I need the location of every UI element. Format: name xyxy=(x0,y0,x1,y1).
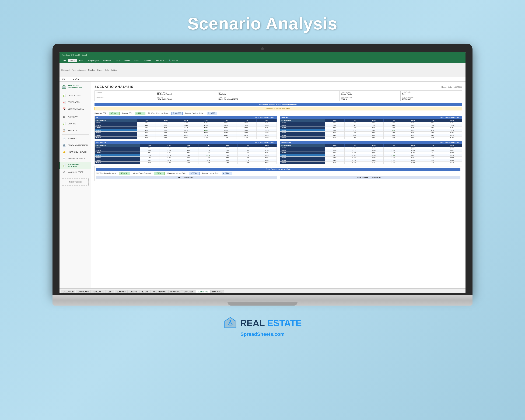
sheet-tab-dashboard[interactable]: DASHBOARD xyxy=(76,290,91,293)
mid-interest-value[interactable]: 3.500% xyxy=(189,172,199,175)
table-row: 380,000 8.1%8.5%9.0%9.4%9.9%10.4%10.9% xyxy=(95,137,277,139)
property-row-2: Information Address 1234 Smith Street St… xyxy=(95,96,462,101)
mid-purchase-value[interactable]: $ 350,000 xyxy=(171,112,183,115)
irr-col-3700: 3,700 xyxy=(236,119,256,122)
main-spreadsheet: SCENARIO ANALYSIS Report Date 4/29/2020 … xyxy=(91,82,466,288)
interval-gsi-value[interactable]: $ 100 xyxy=(135,112,145,115)
sheet-tab-forecasts[interactable]: FORECASTS xyxy=(91,290,105,293)
coc-col-3800: 3,800 xyxy=(257,144,277,147)
cap-rate-table: Cap Rate ← Gross Scheduled Income → Purc… xyxy=(280,116,462,139)
sidebar-logo-text: REAL ESTATE SpreadSheets.com xyxy=(68,85,82,89)
tab-insert[interactable]: Insert xyxy=(77,59,86,62)
mid-interest-label: Mid-Value Interest Rate: xyxy=(168,172,186,174)
tab-data[interactable]: Data xyxy=(114,59,121,62)
sidebar-item-graphs[interactable]: 📊 GRAPHS xyxy=(59,120,91,127)
sidebar-item-reports[interactable]: 📋 REPORTS xyxy=(59,127,91,134)
mid-gsi-value[interactable]: $ 3,500 xyxy=(109,112,120,115)
sheet-tab-financing[interactable]: FINANCING xyxy=(168,290,182,293)
sidebar: REAL ESTATE SpreadSheets.com 📊 DASH BOAR… xyxy=(59,82,91,288)
sheet-tab-summary[interactable]: SUMMARY xyxy=(115,290,128,293)
press-f9-bar: Press F9 to refresh calculation xyxy=(94,107,462,111)
irr-col-3600: 3,600 xyxy=(216,119,236,122)
irr-price-320: 320,000 xyxy=(95,122,137,124)
sheet-tab-graphs[interactable]: GRAPHS xyxy=(128,290,139,293)
sidebar-label-debt: DEBT SCHEDULE xyxy=(68,108,84,110)
property-cell-info-label: Information xyxy=(95,96,156,101)
irr-col-price: Purchase Price xyxy=(95,119,137,122)
sidebar-item-forecasts[interactable]: 📈 FORECASTS xyxy=(59,99,91,105)
sheet-tab-debt[interactable]: DEBT xyxy=(106,290,115,293)
sidebar-label-max-price: MAXIMUM PRICE xyxy=(68,171,84,173)
coc-col-3700: 3,700 xyxy=(237,144,257,147)
sidebar-item-summary2[interactable]: 📄 SUMMARY xyxy=(59,135,91,142)
property-cell-built: Built / Renovated 1999 / 2005 xyxy=(401,96,462,101)
tab-developer[interactable]: Developer xyxy=(141,59,153,62)
insert-logo-box[interactable]: INSERT LOGO xyxy=(62,178,89,186)
bottom-tables: IRR ← Interest Rate → Cash on Cash ← Int… xyxy=(96,176,460,179)
table-row: 320,000 $ 280$ 351$ 422$ 494$ 565$ 636$ … xyxy=(280,147,462,149)
cap-col-3700: 3,700 xyxy=(423,119,442,122)
cf-col-3200: 3,200 xyxy=(325,144,345,147)
table-row: 330,000 2.8%3.6%4.4%5.2%6.0%6.8%7.7% xyxy=(95,149,277,152)
brand-name-main: REAL ESTATE xyxy=(240,318,302,328)
financing-icon: 💰 xyxy=(62,150,66,154)
cf-table-header: Cash Flow #1 ← Gross Scheduled Income → xyxy=(280,141,462,144)
tab-vba-tools[interactable]: VBA Tools xyxy=(154,59,166,62)
debt-icon: 📅 xyxy=(62,107,66,111)
sidebar-label-financing: FINANCING REPORT xyxy=(68,151,87,153)
report-date: Report Date 4/29/2020 xyxy=(441,86,462,88)
sidebar-item-debt[interactable]: 📅 DEBT SCHEDULE xyxy=(59,105,91,112)
mid-down-value[interactable]: 20.00% xyxy=(120,172,130,175)
sheet-tab-amortization[interactable]: AMORTIZATION xyxy=(151,290,168,293)
irr-col-3300: 3,300 xyxy=(156,119,176,122)
tab-file[interactable]: File xyxy=(61,59,67,62)
irr-col-3500: 3,500 xyxy=(196,119,216,122)
svg-point-2 xyxy=(64,86,64,87)
formula-equals: ✓ ✗ fx xyxy=(73,78,79,81)
tab-formulas[interactable]: Formulas xyxy=(102,59,113,62)
table-row: 340,000 5.6%5.9%6.1%6.4%6.6%6.9%7.2% xyxy=(280,127,462,129)
interval-purchase-value[interactable]: $ 10,000 xyxy=(207,112,217,115)
sidebar-label-summary1: SUMMARY xyxy=(68,116,77,118)
sidebar-item-expenses[interactable]: 📑 EXPENSES REPORT xyxy=(59,155,91,162)
graphs-icon: 📊 xyxy=(62,122,66,126)
autosave-label: AutoSave OFF Book1 - Excel xyxy=(62,54,87,56)
scenarios-icon: 📊 xyxy=(62,163,66,167)
table-row: 350,000 5.4%5.7%6.0%6.2%6.5%6.7%7.0% xyxy=(280,129,462,131)
sidebar-item-summary1[interactable]: 🖥 SUMMARY xyxy=(59,114,91,120)
mid-gsi-label: Mid-Value GSI: xyxy=(94,112,106,114)
sheet-tab-max-price[interactable]: MAX PRICE xyxy=(210,290,224,293)
table-row: 360,000 5.3%5.5%5.8%6.0%6.3%6.5%6.8% xyxy=(280,131,462,134)
summary2-icon: 📄 xyxy=(62,137,66,140)
interval-down-value[interactable]: 2.50% xyxy=(154,172,165,175)
sidebar-item-financing[interactable]: 💰 FINANCING REPORT xyxy=(59,149,91,155)
section-header-price-vs-income: Alternative Price vs. Gross Scheduled In… xyxy=(94,103,462,106)
sheet-tab-disclaimer[interactable]: DISCLAIMER xyxy=(61,290,75,293)
tab-search[interactable]: 🔍 Search xyxy=(167,59,179,63)
cell-reference[interactable]: R58 xyxy=(61,78,71,81)
tab-view[interactable]: View xyxy=(133,59,140,62)
property-cell-project: Project Name My Rental Project xyxy=(156,91,217,96)
property-cell-empty2 xyxy=(278,96,339,101)
summary-icon: 🖥 xyxy=(62,115,66,119)
tab-review[interactable]: Review xyxy=(122,59,132,62)
sidebar-item-scenarios[interactable]: 📊 SCENARIOS ANALYSIS xyxy=(59,162,91,169)
property-info-box: Property Project Name My Rental Project … xyxy=(94,91,462,101)
sheet-tab-expenses[interactable]: EXPENSES xyxy=(182,290,196,293)
inputs-row: Mid-Value GSI: $ 3,500 Interval GSI: $ 1… xyxy=(94,112,462,115)
tab-page-layout[interactable]: Page Layout xyxy=(87,59,101,62)
cap-col-3200: 3,200 xyxy=(325,119,345,122)
table-row: 370,000 1.0%1.8%2.5%3.2%4.0%4.7%5.5% xyxy=(95,159,277,161)
irr-table-header: IRR ← Gross Scheduled Income → xyxy=(95,116,277,119)
tab-home[interactable]: Home xyxy=(68,59,77,62)
sheet-tab-scenarios[interactable]: SCENARIOS xyxy=(196,290,210,293)
sidebar-item-debt-amort[interactable]: 🏦 DEBT AMORTIZATION xyxy=(59,142,91,149)
cap-col-3600: 3,600 xyxy=(403,119,423,122)
sheet-tab-report[interactable]: REPORT xyxy=(140,290,151,293)
sidebar-label-scenarios: SCENARIOS ANALYSIS xyxy=(68,163,89,168)
interval-interest-value[interactable]: 0.250% xyxy=(222,172,232,175)
sidebar-item-max-price[interactable]: 🏷 MAXIMUM PRICE xyxy=(59,169,91,176)
sidebar-logo: REAL ESTATE SpreadSheets.com xyxy=(59,83,91,91)
sidebar-item-dashboard[interactable]: 📊 DASH BOARD xyxy=(59,92,91,99)
bottom-section: Down Payment vs. Interest Rate Mid-Value… xyxy=(94,166,462,181)
